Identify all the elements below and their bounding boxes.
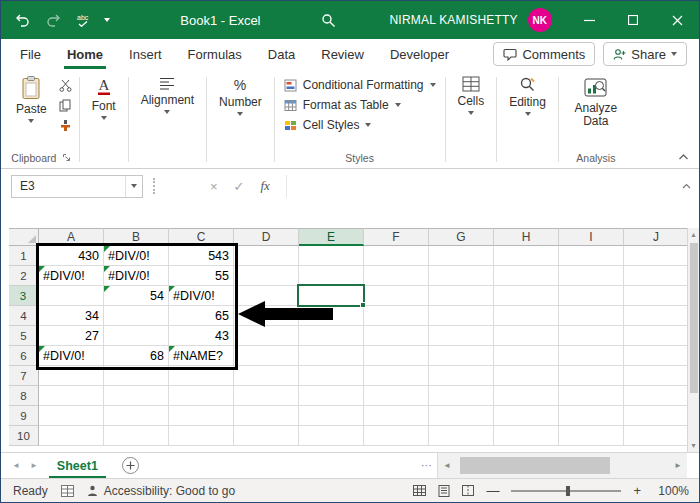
tab-review[interactable]: Review — [308, 39, 377, 69]
scroll-down-icon[interactable]: ▼ — [690, 439, 697, 452]
cell-H3[interactable] — [494, 286, 559, 306]
cell-I7[interactable] — [559, 366, 624, 386]
horizontal-scroll-thumb[interactable] — [460, 457, 610, 474]
row-header-8[interactable]: 8 — [9, 386, 39, 406]
cell-J10[interactable] — [624, 426, 689, 446]
zoom-in-button[interactable]: + — [633, 483, 641, 498]
close-button[interactable] — [655, 1, 699, 39]
cell-B4[interactable] — [104, 306, 169, 326]
cell-D4[interactable] — [234, 306, 299, 326]
maximize-button[interactable] — [611, 1, 655, 39]
cell-D2[interactable] — [234, 266, 299, 286]
user-name[interactable]: NIRMAL KAMISHETTY — [390, 13, 518, 27]
cell-J3[interactable] — [624, 286, 689, 306]
horizontal-scrollbar[interactable]: ◄ ► — [437, 453, 687, 478]
macro-record-icon[interactable] — [61, 485, 74, 497]
cell-B3[interactable]: 54 — [104, 286, 169, 306]
cell-J8[interactable] — [624, 386, 689, 406]
cell-B9[interactable] — [104, 406, 169, 426]
new-sheet-button[interactable] — [122, 457, 139, 474]
cell-F5[interactable] — [364, 326, 429, 346]
cell-C2[interactable]: 55 — [169, 266, 234, 286]
cell-B8[interactable] — [104, 386, 169, 406]
cell-F6[interactable] — [364, 346, 429, 366]
cell-G10[interactable] — [429, 426, 494, 446]
cell-A7[interactable] — [39, 366, 104, 386]
minimize-button[interactable] — [567, 1, 611, 39]
cell-E4[interactable] — [299, 306, 364, 326]
cell-B2[interactable]: #DIV/0! — [104, 266, 169, 286]
sheet-nav-left-icon[interactable]: ◄ — [7, 453, 25, 478]
cell-H8[interactable] — [494, 386, 559, 406]
cell-J9[interactable] — [624, 406, 689, 426]
tab-file[interactable]: File — [7, 39, 54, 69]
qat-customize-button[interactable] — [104, 18, 110, 22]
cell-E2[interactable] — [299, 266, 364, 286]
tab-developer[interactable]: Developer — [377, 39, 462, 69]
cell-C7[interactable] — [169, 366, 234, 386]
cell-D5[interactable] — [234, 326, 299, 346]
search-icon[interactable] — [321, 13, 336, 28]
cell-H7[interactable] — [494, 366, 559, 386]
enter-button[interactable]: ✓ — [234, 179, 245, 194]
cell-J4[interactable] — [624, 306, 689, 326]
cancel-button[interactable]: × — [210, 179, 218, 194]
comments-button[interactable]: Comments — [493, 42, 595, 66]
cell-D3[interactable] — [234, 286, 299, 306]
cell-C8[interactable] — [169, 386, 234, 406]
cell-I2[interactable] — [559, 266, 624, 286]
cell-G1[interactable] — [429, 246, 494, 266]
scroll-right-icon[interactable]: ► — [669, 461, 687, 470]
analyze-data-button[interactable]: Analyze Data — [564, 73, 628, 131]
tab-formulas[interactable]: Formulas — [175, 39, 255, 69]
cell-A1[interactable]: 430 — [39, 246, 104, 266]
cell-E5[interactable] — [299, 326, 364, 346]
cell-B6[interactable]: 68 — [104, 346, 169, 366]
cell-A5[interactable]: 27 — [39, 326, 104, 346]
accessibility-status[interactable]: Accessibility: Good to go — [87, 484, 235, 498]
cell-G3[interactable] — [429, 286, 494, 306]
zoom-slider[interactable] — [511, 485, 621, 497]
normal-view-button[interactable] — [413, 485, 426, 496]
column-header-B[interactable]: B — [104, 228, 169, 246]
row-header-5[interactable]: 5 — [9, 326, 39, 346]
zoom-out-button[interactable]: — — [486, 483, 499, 498]
cells-button[interactable]: Cells — [451, 73, 492, 118]
formula-input[interactable] — [286, 175, 678, 198]
cell-D1[interactable] — [234, 246, 299, 266]
formula-bar-collapse-icon[interactable] — [682, 183, 691, 189]
cell-J7[interactable] — [624, 366, 689, 386]
cell-I1[interactable] — [559, 246, 624, 266]
vertical-scrollbar[interactable]: ▲ ▼ — [687, 228, 699, 452]
cell-I9[interactable] — [559, 406, 624, 426]
column-header-D[interactable]: D — [234, 228, 299, 246]
cell-H4[interactable] — [494, 306, 559, 326]
format-painter-button[interactable] — [59, 119, 72, 132]
cell-H9[interactable] — [494, 406, 559, 426]
font-button[interactable]: A Font — [85, 73, 123, 123]
row-header-6[interactable]: 6 — [9, 346, 39, 366]
cell-C3[interactable]: #DIV/0! — [169, 286, 234, 306]
cell-E9[interactable] — [299, 406, 364, 426]
sheet-tab-sheet1[interactable]: Sheet1 — [43, 453, 112, 478]
cell-I8[interactable] — [559, 386, 624, 406]
row-header-9[interactable]: 9 — [9, 406, 39, 426]
styles-item-conditional-formatting[interactable]: Conditional Formatting — [280, 77, 440, 93]
column-header-C[interactable]: C — [169, 228, 234, 246]
scroll-up-icon[interactable]: ▲ — [690, 228, 697, 241]
cell-B7[interactable] — [104, 366, 169, 386]
styles-item-format-as-table[interactable]: Format as Table — [280, 97, 440, 113]
page-break-view-button[interactable] — [462, 485, 474, 496]
row-header-10[interactable]: 10 — [9, 426, 39, 446]
column-header-A[interactable]: A — [39, 228, 104, 246]
cell-D8[interactable] — [234, 386, 299, 406]
name-box[interactable]: E3 — [11, 175, 143, 198]
cell-F3[interactable] — [364, 286, 429, 306]
cell-C5[interactable]: 43 — [169, 326, 234, 346]
cell-J1[interactable] — [624, 246, 689, 266]
cell-C9[interactable] — [169, 406, 234, 426]
cell-F1[interactable] — [364, 246, 429, 266]
zoom-level[interactable]: 100% — [653, 484, 689, 498]
cut-button[interactable] — [59, 79, 72, 92]
cell-E10[interactable] — [299, 426, 364, 446]
